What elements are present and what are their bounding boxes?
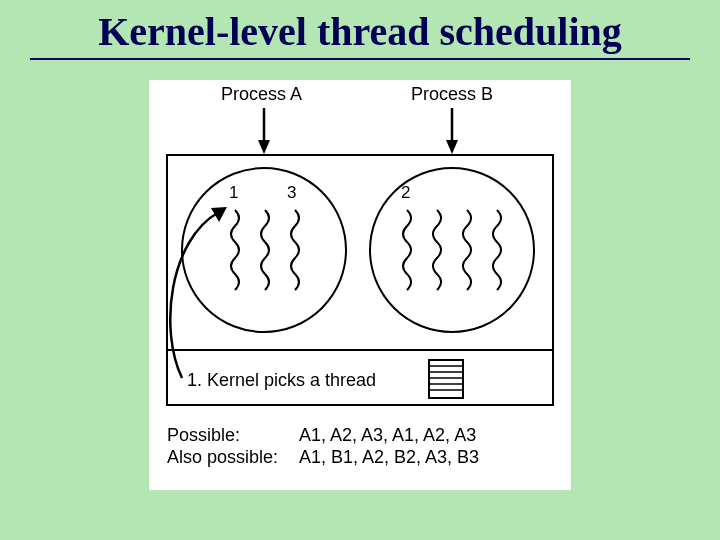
- diagram-panel: Process A Process B: [149, 80, 571, 490]
- svg-marker-3: [446, 140, 458, 154]
- slide-title: Kernel-level thread scheduling: [0, 8, 720, 55]
- thread-a1-num: 1: [229, 183, 238, 203]
- slide: Kernel-level thread scheduling Process A…: [0, 0, 720, 540]
- thread-a3-num: 3: [287, 183, 296, 203]
- possible-seq: A1, A2, A3, A1, A2, A3: [299, 425, 476, 446]
- also-possible-seq: A1, B1, A2, B2, A3, B3: [299, 447, 479, 468]
- svg-point-6: [182, 168, 346, 332]
- svg-point-7: [370, 168, 534, 332]
- possible-label: Possible:: [167, 425, 240, 446]
- svg-rect-4: [167, 155, 553, 405]
- also-possible-label: Also possible:: [167, 447, 278, 468]
- thread-table-icon: [429, 360, 463, 398]
- svg-marker-1: [258, 140, 270, 154]
- title-underline: [30, 58, 690, 60]
- thread-b2-num: 2: [401, 183, 410, 203]
- kernel-caption: 1. Kernel picks a thread: [187, 370, 376, 391]
